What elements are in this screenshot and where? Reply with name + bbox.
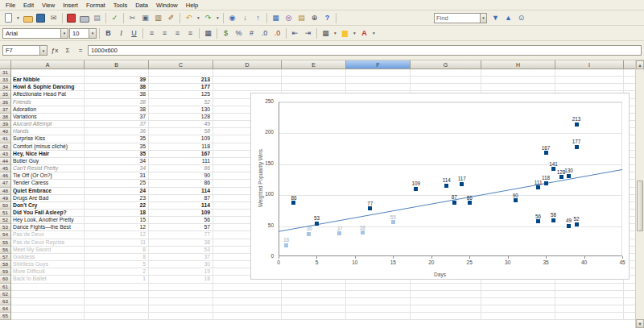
cell-B40[interactable]: 36 <box>85 128 149 135</box>
cell-C50[interactable]: 114 <box>149 202 213 210</box>
name-box-dropdown-arrow[interactable]: ▾ <box>39 46 47 55</box>
zoom-icon[interactable]: ⊕ <box>308 12 320 24</box>
cell-E61[interactable] <box>282 284 346 291</box>
paste-icon[interactable]: ▥ <box>152 12 164 24</box>
percent-format-button[interactable]: % <box>233 27 245 39</box>
cell-A53[interactable]: Dance Fights—the Best <box>11 224 85 231</box>
cell-D31[interactable] <box>213 69 282 77</box>
cell-B44[interactable]: 34 <box>85 158 149 165</box>
row-header-59[interactable]: 59 <box>0 268 11 276</box>
select-all-corner[interactable] <box>0 60 11 69</box>
row-header-51[interactable]: 51 <box>0 210 11 217</box>
cell-F31[interactable] <box>346 69 411 77</box>
cell-B63[interactable] <box>85 298 149 305</box>
cell-A36[interactable]: Friends <box>11 99 85 106</box>
cell-A60[interactable]: Back to Ballet <box>11 276 85 283</box>
cell-F64[interactable] <box>346 305 411 313</box>
cell-B31[interactable] <box>85 69 149 77</box>
cell-C58[interactable]: 30 <box>149 261 213 268</box>
font-name-combo[interactable]: Arial ▾ <box>2 28 68 39</box>
font-name-dropdown-arrow[interactable]: ▾ <box>60 29 68 38</box>
menu-tools[interactable]: Tools <box>109 1 132 10</box>
cell-C63[interactable] <box>149 298 213 305</box>
cell-A57[interactable]: Goddess <box>11 254 85 261</box>
cell-H64[interactable] <box>481 305 555 313</box>
cell-A47[interactable]: Tender Caress <box>11 180 85 187</box>
delete-decimal-button[interactable]: .0 <box>271 27 283 39</box>
sort-descending-icon[interactable]: ↑ <box>252 12 264 24</box>
cell-C38[interactable]: 128 <box>149 114 213 121</box>
cell-A37[interactable]: Adoration <box>11 106 85 114</box>
font-color-button[interactable]: A <box>358 27 370 39</box>
column-header-E[interactable]: E <box>282 60 346 69</box>
add-decimal-button[interactable]: .0 <box>258 27 270 39</box>
cell-A33[interactable]: Ear Nibble <box>11 77 85 84</box>
bold-button[interactable]: B <box>102 27 114 39</box>
cell-B59[interactable]: 2 <box>85 268 149 276</box>
align-center-button[interactable]: ≡ <box>159 27 171 39</box>
cell-C39[interactable]: 49 <box>149 121 213 128</box>
cell-B57[interactable]: 8 <box>85 254 149 261</box>
vertical-scrollbar[interactable]: ▲ ▼ <box>635 60 644 328</box>
cell-F65[interactable] <box>346 313 411 320</box>
cell-B41[interactable]: 35 <box>85 135 149 143</box>
cell-F34[interactable] <box>346 84 411 91</box>
copy-icon[interactable]: ▣ <box>139 12 151 24</box>
increase-indent-button[interactable]: ⇥ <box>302 27 314 39</box>
cell-A54[interactable]: Pas de Deux <box>11 231 85 239</box>
undo-icon[interactable]: ↶ <box>183 12 195 24</box>
function-button[interactable]: = <box>75 45 86 56</box>
cell-A51[interactable]: Did You Fall Asleep? <box>11 210 85 217</box>
cell-A42[interactable]: Comfort (minus cliché) <box>11 143 85 151</box>
page-preview-icon[interactable]: ▤ <box>91 12 103 24</box>
gallery-icon[interactable]: ▤ <box>295 12 308 24</box>
row-header-46[interactable]: 46 <box>0 172 11 180</box>
scroll-up-arrow[interactable]: ▲ <box>636 60 644 69</box>
cell-B64[interactable] <box>85 305 149 313</box>
cell-A59[interactable]: More Difficult <box>11 268 85 276</box>
function-wizard-button[interactable]: ƒx <box>49 45 60 56</box>
cell-E64[interactable] <box>282 305 346 313</box>
menu-view[interactable]: View <box>38 1 59 10</box>
cell-C45[interactable]: 86 <box>149 165 213 172</box>
cell-E34[interactable] <box>282 84 346 91</box>
italic-button[interactable]: I <box>115 27 127 39</box>
cell-C52[interactable]: 56 <box>149 217 213 224</box>
cell-D63[interactable] <box>213 298 282 305</box>
decrease-indent-button[interactable]: ⇤ <box>289 27 301 39</box>
menu-format[interactable]: Format <box>82 1 109 10</box>
cell-D64[interactable] <box>213 305 282 313</box>
column-header-I[interactable]: I <box>555 60 624 69</box>
cell-F61[interactable] <box>346 284 411 291</box>
cell-C56[interactable]: 53 <box>149 247 213 254</box>
cut-icon[interactable]: ✂ <box>126 12 138 24</box>
cell-B56[interactable]: 8 <box>85 247 149 254</box>
cell-H62[interactable] <box>481 291 555 298</box>
cell-C51[interactable]: 109 <box>149 210 213 217</box>
hyperlink-icon[interactable]: ◉ <box>226 12 238 24</box>
document-as-email-icon[interactable]: ✉ <box>47 12 60 24</box>
new-document-dropdown-arrow[interactable]: ▾ <box>15 12 21 24</box>
row-header-44[interactable]: 44 <box>0 158 11 165</box>
cell-B51[interactable]: 18 <box>85 210 149 217</box>
menu-help[interactable]: Help <box>182 1 202 10</box>
cell-H63[interactable] <box>481 298 555 305</box>
row-header-48[interactable]: 48 <box>0 188 11 195</box>
cell-H31[interactable] <box>481 69 555 77</box>
row-header-54[interactable]: 54 <box>0 231 11 239</box>
cell-B54[interactable]: 12 <box>85 231 149 239</box>
cell-A55[interactable]: Pas de Deux Reprise <box>11 239 85 247</box>
cell-B49[interactable]: 23 <box>85 195 149 202</box>
cell-A48[interactable]: Quiet Embrace <box>11 188 85 195</box>
cell-G65[interactable] <box>411 313 481 320</box>
cell-A58[interactable]: Shirtless Guys <box>11 261 85 268</box>
standard-format-button[interactable]: # <box>246 27 258 39</box>
cell-A35[interactable]: Affectionate Head Pat <box>11 91 85 98</box>
cell-H33[interactable] <box>481 77 555 84</box>
menu-window[interactable]: Window <box>152 1 182 10</box>
cell-A65[interactable] <box>11 313 85 320</box>
cell-C44[interactable]: 111 <box>149 158 213 165</box>
name-box[interactable]: F7 ▾ <box>2 45 47 56</box>
row-header-64[interactable]: 64 <box>0 305 11 313</box>
cell-C57[interactable]: 37 <box>149 254 213 261</box>
